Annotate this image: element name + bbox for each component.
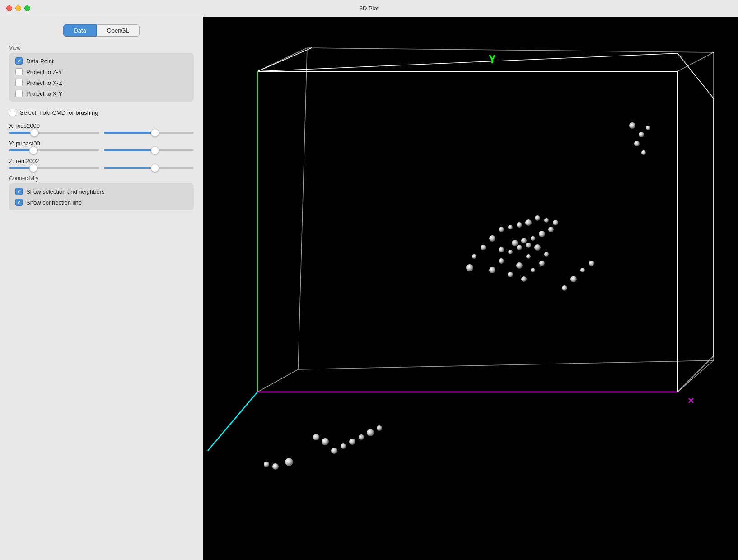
checkbox-row-data-point[interactable]: Data Point [15,57,187,65]
svg-point-48 [489,235,495,242]
svg-point-47 [499,227,504,232]
select-cmd-label: Select, hold CMD for brushing [20,109,98,116]
svg-point-60 [349,439,355,445]
x-slider-row [9,132,194,134]
svg-point-37 [521,238,527,243]
z-slider-thumb-2[interactable] [151,164,159,172]
svg-point-36 [512,240,518,246]
plot-canvas[interactable]: Y ✕ [203,17,738,560]
tab-data[interactable]: Data [63,24,96,37]
checkbox-show-connection-label: Show connection line [26,199,82,206]
svg-line-12 [257,369,298,392]
svg-point-62 [367,429,374,436]
z-slider-track-1[interactable] [9,167,99,169]
view-group-box: Data Point Project to Z-Y Project to X-Z… [9,53,194,102]
svg-point-42 [544,218,549,223]
svg-point-39 [539,231,545,237]
svg-text:Y: Y [489,53,496,66]
svg-point-32 [526,243,531,248]
checkbox-row-show-connection[interactable]: Show connection line [15,199,187,206]
svg-point-46 [508,225,513,229]
checkbox-show-connection[interactable] [15,199,23,206]
connectivity-section: Connectivity Show selection and neighbor… [9,175,194,210]
x-slider-thumb-2[interactable] [151,129,159,137]
checkbox-row-project-xy[interactable]: Project to X-Y [15,90,187,97]
svg-line-9 [257,48,307,71]
y-slider-track-1[interactable] [9,149,99,151]
window-title: 3D Plot [360,5,379,12]
traffic-lights [6,5,30,11]
svg-point-71 [589,261,594,266]
tab-opengl[interactable]: OpenGL [97,24,140,37]
checkbox-data-point-label: Data Point [26,58,54,65]
view-section: View Data Point Project to Z-Y Project t… [9,45,194,102]
svg-point-66 [272,463,279,470]
svg-point-29 [539,261,545,266]
checkbox-data-point[interactable] [15,57,23,65]
svg-point-40 [548,227,554,232]
checkbox-show-selection[interactable] [15,188,23,195]
svg-point-38 [531,236,535,241]
checkbox-project-xy[interactable] [15,90,23,97]
svg-point-34 [508,250,513,254]
titlebar: 3D Plot [0,0,738,17]
svg-point-63 [313,434,319,440]
svg-point-61 [359,434,364,440]
svg-point-45 [517,222,522,228]
x-slider-track-2[interactable] [104,132,194,134]
svg-point-52 [629,122,635,129]
svg-point-53 [639,132,644,137]
tab-row: Data OpenGL [9,24,194,37]
x-slider-thumb-1[interactable] [30,129,38,137]
svg-point-58 [331,448,337,454]
minimize-button[interactable] [15,5,21,11]
svg-point-31 [534,244,541,251]
checkbox-project-xz-label: Project to X-Z [26,79,62,86]
plot-svg: Y ✕ [203,17,738,560]
svg-line-10 [677,52,714,71]
right-panel[interactable]: Y ✕ [203,17,738,560]
svg-point-68 [562,285,567,291]
x-axis-label: X: kids2000 [9,122,194,129]
svg-point-55 [634,141,640,146]
svg-point-23 [499,258,504,264]
svg-point-28 [531,268,535,272]
svg-point-50 [472,254,476,259]
y-slider-track-2[interactable] [104,149,194,151]
svg-line-15 [298,360,714,369]
svg-point-27 [521,276,527,282]
view-label: View [9,45,194,51]
z-slider-thumb-1[interactable] [29,164,37,172]
checkbox-show-selection-label: Show selection and neighbors [26,188,104,195]
svg-point-44 [525,219,532,226]
z-slider-row [9,167,194,169]
checkbox-project-xy-label: Project to X-Y [26,90,62,97]
svg-point-64 [377,425,382,431]
maximize-button[interactable] [24,5,30,11]
svg-line-19 [208,392,257,451]
svg-point-30 [544,252,549,257]
checkbox-row-project-xz[interactable]: Project to X-Z [15,79,187,86]
checkbox-row-project-zy[interactable]: Project to Z-Y [15,68,187,75]
connectivity-label: Connectivity [9,175,194,182]
svg-text:✕: ✕ [688,394,694,406]
y-slider-thumb-1[interactable] [29,146,37,154]
svg-point-24 [508,272,513,277]
y-slider-thumb-2[interactable] [151,146,159,154]
y-slider-row [9,149,194,151]
checkbox-row-show-selection[interactable]: Show selection and neighbors [15,188,187,195]
svg-line-1 [677,53,714,98]
svg-line-11 [677,360,714,392]
checkbox-project-xz[interactable] [15,79,23,86]
x-slider-track-1[interactable] [9,132,99,134]
connectivity-group-box: Show selection and neighbors Show connec… [9,183,194,210]
z-axis-label: Z: rent2002 [9,158,194,164]
checkbox-select-cmd[interactable] [9,109,16,116]
close-button[interactable] [6,5,12,11]
svg-point-57 [322,438,329,445]
svg-point-22 [489,267,495,273]
checkbox-project-zy[interactable] [15,68,23,75]
select-cmd-row[interactable]: Select, hold CMD for brushing [9,109,194,116]
svg-point-51 [466,264,473,271]
z-slider-track-2[interactable] [104,167,194,169]
